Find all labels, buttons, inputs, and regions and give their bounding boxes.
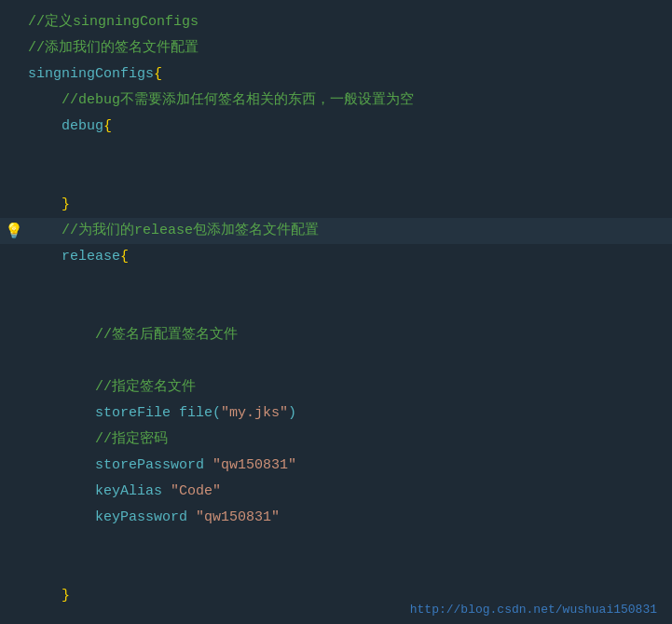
line-text: //指定签名文件	[28, 374, 196, 400]
code-line: //定义singningConfigs	[0, 9, 672, 35]
line-text: release{	[28, 244, 129, 270]
line-text: //定义singningConfigs	[28, 9, 199, 35]
code-line: debug{	[0, 114, 672, 140]
line-text: debug{	[28, 114, 112, 140]
code-line: }	[0, 192, 672, 218]
code-line: 💡 //为我们的release包添加签名文件配置	[0, 218, 672, 244]
code-line: //添加我们的签名文件配置	[0, 35, 672, 61]
line-text: }	[28, 192, 70, 218]
line-text: //debug不需要添加任何签名相关的东西，一般设置为空	[28, 88, 414, 114]
code-line: storeFile file("my.jks")	[0, 400, 672, 427]
code-line	[0, 348, 672, 374]
line-text: keyPassword "qw150831"	[28, 505, 280, 531]
line-text: storePassword "qw150831"	[28, 453, 296, 479]
line-text: }	[28, 583, 70, 609]
code-line	[0, 166, 672, 192]
code-line: storePassword "qw150831"	[0, 453, 672, 479]
code-line	[0, 557, 672, 583]
code-line	[0, 296, 672, 322]
code-line: release{	[0, 244, 672, 270]
code-line: //debug不需要添加任何签名相关的东西，一般设置为空	[0, 88, 672, 114]
code-line: //指定密码	[0, 427, 672, 453]
code-line	[0, 531, 672, 557]
code-editor: //定义singningConfigs//添加我们的签名文件配置singning…	[0, 0, 672, 624]
code-line: keyAlias "Code"	[0, 479, 672, 505]
code-line: keyPassword "qw150831"	[0, 505, 672, 531]
line-text: //为我们的release包添加签名文件配置	[28, 218, 319, 244]
watermark: http://blog.csdn.net/wushuai150831	[410, 603, 657, 617]
bulb-icon: 💡	[5, 222, 23, 240]
line-text: keyAlias "Code"	[28, 479, 221, 505]
code-line	[0, 140, 672, 166]
code-line: //指定签名文件	[0, 374, 672, 400]
line-text: //添加我们的签名文件配置	[28, 35, 199, 61]
code-line	[0, 270, 672, 296]
line-text: singningConfigs{	[28, 61, 162, 88]
code-line: //签名后配置签名文件	[0, 322, 672, 348]
line-text: storeFile file("my.jks")	[28, 400, 296, 427]
code-line: singningConfigs{	[0, 61, 672, 88]
line-text: //指定密码	[28, 427, 168, 453]
line-text: //签名后配置签名文件	[28, 322, 238, 348]
